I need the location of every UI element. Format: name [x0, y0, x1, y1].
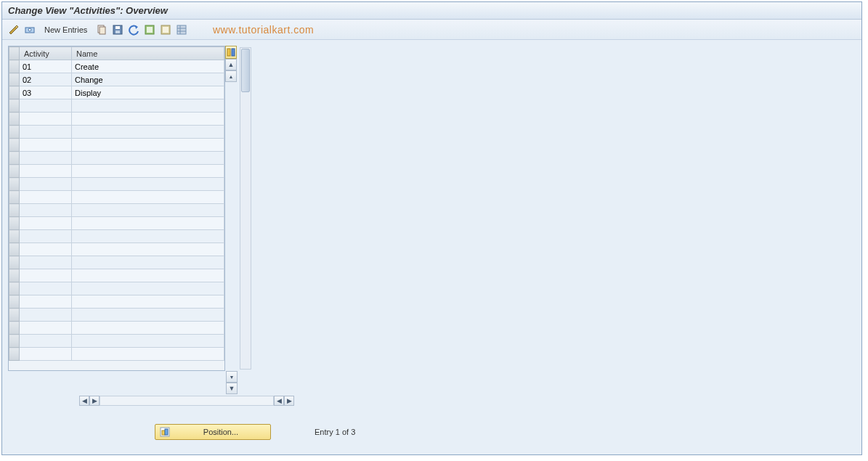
- cell-name[interactable]: Change: [72, 73, 224, 86]
- cell-name[interactable]: [72, 191, 224, 204]
- cell-name[interactable]: [72, 282, 224, 295]
- cell-activity[interactable]: 02: [20, 73, 72, 86]
- row-selector-header[interactable]: [9, 47, 20, 60]
- row-selector[interactable]: [9, 256, 20, 269]
- table-row[interactable]: 01Create: [9, 60, 224, 73]
- cell-name[interactable]: [72, 256, 224, 269]
- vscroll-thumb[interactable]: [241, 49, 250, 92]
- hscroll-track[interactable]: [100, 396, 274, 406]
- scroll-page-down-button[interactable]: ▼: [226, 383, 238, 394]
- save-button[interactable]: [110, 23, 125, 37]
- cell-name[interactable]: Create: [72, 60, 224, 73]
- row-selector[interactable]: [9, 178, 20, 191]
- row-selector[interactable]: [9, 269, 20, 282]
- row-selector[interactable]: [9, 73, 20, 86]
- cell-activity[interactable]: [20, 99, 72, 113]
- cell-name[interactable]: [72, 165, 224, 178]
- row-selector[interactable]: [9, 60, 20, 73]
- cell-name[interactable]: [72, 322, 224, 335]
- table-row[interactable]: [9, 139, 224, 152]
- row-selector[interactable]: [9, 191, 20, 204]
- row-selector[interactable]: [9, 113, 20, 126]
- table-row[interactable]: [9, 309, 224, 322]
- table-row[interactable]: [9, 322, 224, 335]
- cell-name[interactable]: [72, 178, 224, 191]
- cell-activity[interactable]: [20, 348, 72, 361]
- row-selector[interactable]: [9, 86, 20, 99]
- row-selector[interactable]: [9, 204, 20, 217]
- table-row[interactable]: [9, 269, 224, 282]
- cell-name[interactable]: [72, 99, 224, 113]
- activities-table[interactable]: Activity Name 01Create02Change03Display: [9, 46, 224, 361]
- table-row[interactable]: [9, 282, 224, 295]
- table-row[interactable]: [9, 295, 224, 309]
- cell-activity[interactable]: [20, 178, 72, 191]
- toggle-change-mode-button[interactable]: [7, 23, 21, 37]
- table-row[interactable]: [9, 256, 224, 269]
- table-row[interactable]: [9, 348, 224, 361]
- cell-activity[interactable]: [20, 113, 72, 126]
- column-header-name[interactable]: Name: [72, 47, 224, 60]
- cell-name[interactable]: [72, 230, 224, 243]
- cell-name[interactable]: [72, 295, 224, 309]
- row-selector[interactable]: [9, 126, 20, 139]
- cell-activity[interactable]: [20, 322, 72, 335]
- cell-activity[interactable]: [20, 335, 72, 348]
- hscroll-last-button[interactable]: ▶: [284, 396, 294, 406]
- table-row[interactable]: 03Display: [9, 86, 224, 99]
- deselect-all-button[interactable]: [158, 23, 173, 37]
- copy-button[interactable]: [94, 23, 109, 37]
- table-row[interactable]: [9, 178, 224, 191]
- table-row[interactable]: [9, 217, 224, 230]
- cell-activity[interactable]: [20, 139, 72, 152]
- cell-name[interactable]: [72, 243, 224, 256]
- hscroll-prev-button[interactable]: ▶: [89, 396, 100, 406]
- vertical-scrollbar[interactable]: [240, 46, 251, 371]
- row-selector[interactable]: [9, 230, 20, 243]
- undo-button[interactable]: [126, 23, 141, 37]
- row-selector[interactable]: [9, 152, 20, 165]
- horizontal-scrollbar[interactable]: ◀ ▶ ◀ ▶: [8, 394, 294, 407]
- hscroll-first-button[interactable]: ◀: [79, 396, 89, 406]
- cell-activity[interactable]: [20, 217, 72, 230]
- cell-name[interactable]: [72, 309, 224, 322]
- table-row[interactable]: [9, 126, 224, 139]
- cell-name[interactable]: [72, 152, 224, 165]
- cell-name[interactable]: [72, 113, 224, 126]
- position-button[interactable]: Position...: [155, 424, 271, 440]
- cell-name[interactable]: [72, 126, 224, 139]
- other-view-button[interactable]: [23, 23, 37, 37]
- cell-activity[interactable]: [20, 282, 72, 295]
- cell-activity[interactable]: [20, 191, 72, 204]
- row-selector[interactable]: [9, 348, 20, 361]
- row-selector[interactable]: [9, 139, 20, 152]
- column-header-activity[interactable]: Activity: [20, 47, 72, 60]
- cell-name[interactable]: [72, 217, 224, 230]
- cell-name[interactable]: [72, 139, 224, 152]
- row-selector[interactable]: [9, 322, 20, 335]
- cell-activity[interactable]: [20, 256, 72, 269]
- table-settings-button[interactable]: [174, 23, 189, 37]
- cell-activity[interactable]: [20, 126, 72, 139]
- row-selector[interactable]: [9, 217, 20, 230]
- vscroll-track[interactable]: [240, 47, 251, 370]
- table-row[interactable]: 02Change: [9, 73, 224, 86]
- scroll-line-down-button[interactable]: ▼: [226, 371, 238, 383]
- cell-activity[interactable]: 03: [20, 86, 72, 99]
- table-row[interactable]: [9, 152, 224, 165]
- select-all-button[interactable]: [142, 23, 157, 37]
- table-row[interactable]: [9, 191, 224, 204]
- table-row[interactable]: [9, 165, 224, 178]
- table-row[interactable]: [9, 243, 224, 256]
- row-selector[interactable]: [9, 99, 20, 113]
- cell-name[interactable]: Display: [72, 86, 224, 99]
- cell-activity[interactable]: [20, 309, 72, 322]
- table-row[interactable]: [9, 335, 224, 348]
- table-row[interactable]: [9, 99, 224, 113]
- row-selector[interactable]: [9, 295, 20, 309]
- cell-name[interactable]: [72, 348, 224, 361]
- cell-name[interactable]: [72, 335, 224, 348]
- scroll-line-up-button[interactable]: ▲: [225, 70, 237, 82]
- cell-activity[interactable]: [20, 204, 72, 217]
- table-row[interactable]: [9, 230, 224, 243]
